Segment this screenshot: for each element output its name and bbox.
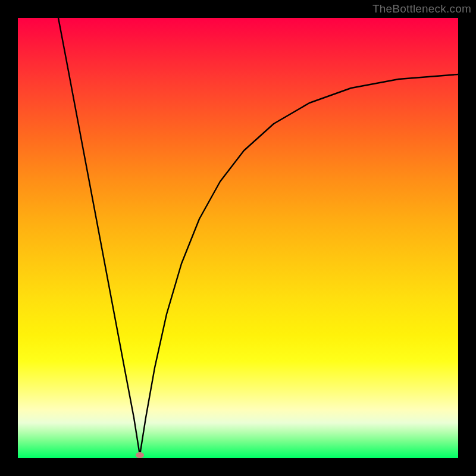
minimum-marker-icon: [136, 452, 144, 458]
watermark-label: TheBottleneck.com: [372, 2, 471, 15]
chart-frame: TheBottleneck.com: [0, 0, 476, 476]
plot-area: [18, 18, 458, 458]
bottleneck-curve: [18, 18, 458, 458]
